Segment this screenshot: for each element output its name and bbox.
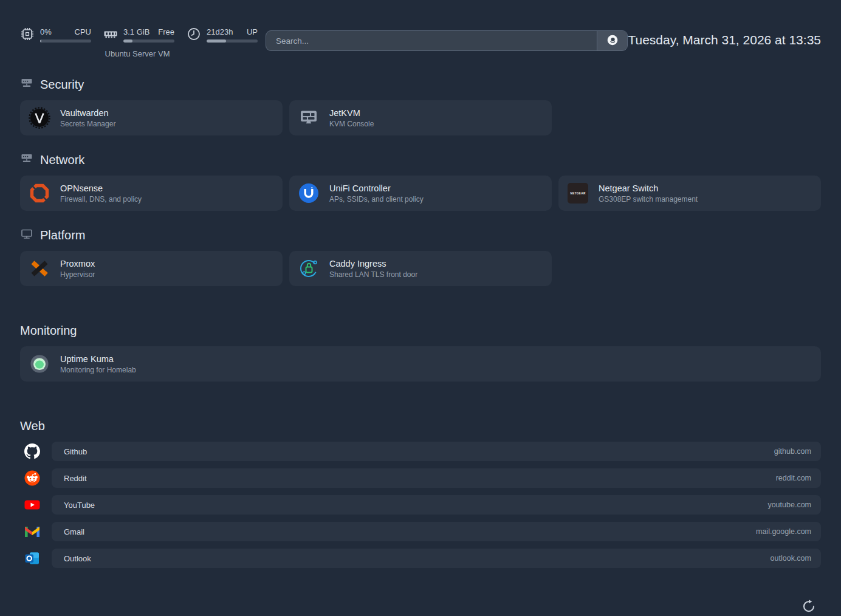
jetkvm-logo: [298, 107, 320, 129]
cpu-unit: CPU: [75, 27, 91, 36]
service-text: Proxmox Hypervisor: [60, 259, 95, 279]
service-text: Vaultwarden Secrets Manager: [60, 108, 115, 128]
service-text: Caddy Ingress Shared LAN TLS front door: [329, 259, 417, 279]
refresh-icon: [802, 599, 816, 615]
bookmark-name: Gmail: [64, 527, 84, 536]
service-card-opnsense[interactable]: OPNsense Firewall, DNS, and policy: [20, 176, 283, 211]
search-button[interactable]: [597, 31, 627, 50]
service-name: Netgear Switch: [599, 183, 698, 193]
bookmark-github[interactable]: Github github.com: [20, 442, 821, 461]
service-description: Monitoring for Homelab: [60, 366, 136, 374]
memory-unit: Free: [158, 27, 174, 36]
outlook-logo: [24, 550, 40, 566]
bookmark-reddit[interactable]: Reddit reddit.com: [20, 468, 821, 488]
uptime-value: 21d23h: [207, 27, 233, 36]
bookmark-name: Reddit: [64, 474, 87, 483]
service-card-unifi[interactable]: UniFi Controller APs, SSIDs, and client …: [289, 176, 552, 211]
bookmark-domain: youtube.com: [767, 501, 811, 509]
memory-value: 3.1 GiB: [123, 27, 149, 36]
proxmox-logo: [29, 258, 50, 279]
refresh-button[interactable]: [801, 599, 817, 615]
service-name: UniFi Controller: [329, 183, 424, 193]
bookmarks-title: Web: [20, 419, 821, 433]
unifi-logo: [298, 182, 320, 204]
youtube-logo: [24, 497, 40, 513]
opnsense-logo: [29, 182, 50, 204]
clock-icon: [187, 27, 201, 44]
bookmark-domain: reddit.com: [776, 474, 811, 482]
bookmark-bar[interactable]: YouTube youtube.com: [52, 495, 821, 515]
bookmark-name: Outlook: [64, 554, 91, 563]
security-cards: Vaultwarden Secrets Manager JetKVM KVM C…: [20, 100, 821, 135]
bookmark-name: Github: [64, 447, 87, 456]
group-title-network: Network: [40, 153, 84, 167]
memory-bar-fill: [123, 39, 132, 43]
stats-row: 0% CPU: [20, 27, 255, 44]
service-description: Shared LAN TLS front door: [329, 270, 417, 279]
service-description: Secrets Manager: [60, 120, 115, 128]
service-name: Vaultwarden: [60, 108, 115, 118]
server-network-icon: [20, 77, 33, 92]
uptime-stat: 21d23h UP: [187, 27, 258, 44]
search-box: [266, 30, 628, 51]
uptime-bar-fill: [207, 39, 226, 43]
bookmark-bar[interactable]: Reddit reddit.com: [52, 468, 821, 488]
reddit-logo: [24, 470, 40, 486]
service-name: Caddy Ingress: [329, 259, 417, 269]
service-text: Uptime Kuma Monitoring for Homelab: [60, 354, 136, 374]
service-name: Proxmox: [60, 259, 95, 269]
duckduckgo-icon: [607, 35, 618, 47]
service-card-vaultwarden[interactable]: Vaultwarden Secrets Manager: [20, 100, 283, 135]
service-name: JetKVM: [329, 108, 374, 118]
caddy-logo: [298, 258, 320, 279]
service-card-jetkvm[interactable]: JetKVM KVM Console: [289, 100, 552, 135]
bookmark-bar[interactable]: Gmail mail.google.com: [52, 522, 821, 541]
cpu-stat-body: 0% CPU: [40, 27, 91, 43]
cpu-icon: [20, 27, 35, 44]
service-text: JetKVM KVM Console: [329, 108, 374, 128]
resources-label: Ubuntu Server VM: [20, 49, 255, 58]
search-input[interactable]: [266, 31, 597, 50]
group-title-security: Security: [40, 78, 84, 92]
netgear-logo: NETGEAR: [567, 182, 589, 204]
top-header: 0% CPU: [20, 27, 821, 58]
service-card-caddy[interactable]: Caddy Ingress Shared LAN TLS front door: [289, 251, 552, 286]
service-description: Firewall, DNS, and policy: [60, 195, 142, 204]
uptime-kuma-logo: [29, 353, 50, 375]
github-logo: [24, 443, 40, 459]
bookmark-bar[interactable]: Outlook outlook.com: [52, 549, 821, 568]
memory-stat: 3.1 GiB Free: [103, 27, 174, 44]
bookmark-gmail[interactable]: Gmail mail.google.com: [20, 522, 821, 541]
group-header-network: Network: [20, 152, 821, 168]
service-text: OPNsense Firewall, DNS, and policy: [60, 183, 142, 204]
bookmark-name: YouTube: [64, 501, 95, 510]
group-header-security: Security: [20, 77, 821, 92]
datetime-text: Tuesday, March 31, 2026 at 13:35: [628, 27, 821, 53]
service-name: Uptime Kuma: [60, 354, 136, 364]
uptime-bar: [207, 39, 258, 43]
cpu-bar-fill: [40, 39, 41, 43]
service-card-netgear[interactable]: NETGEAR Netgear Switch GS308EP switch ma…: [558, 176, 821, 211]
uptime-unit: UP: [247, 27, 258, 36]
server-network-icon: [20, 152, 33, 168]
bookmark-youtube[interactable]: YouTube youtube.com: [20, 495, 821, 515]
bookmark-domain: outlook.com: [771, 554, 811, 563]
service-description: APs, SSIDs, and client policy: [329, 195, 424, 204]
bookmark-outlook[interactable]: Outlook outlook.com: [20, 549, 821, 568]
memory-icon: [103, 27, 118, 44]
netgear-logo-text: NETGEAR: [570, 192, 585, 195]
cpu-stat: 0% CPU: [20, 27, 91, 44]
cpu-value: 0%: [40, 27, 52, 36]
desktop-icon: [20, 227, 33, 243]
memory-stat-body: 3.1 GiB Free: [123, 27, 174, 43]
group-header-platform: Platform: [20, 227, 821, 243]
cpu-bar: [40, 39, 91, 43]
service-description: GS308EP switch management: [599, 195, 698, 204]
bookmark-bar[interactable]: Github github.com: [52, 442, 821, 461]
service-card-uptime-kuma[interactable]: Uptime Kuma Monitoring for Homelab: [20, 346, 821, 382]
gmail-logo: [24, 524, 40, 539]
service-card-proxmox[interactable]: Proxmox Hypervisor: [20, 251, 283, 286]
group-title-monitoring: Monitoring: [20, 324, 821, 338]
service-text: Netgear Switch GS308EP switch management: [599, 183, 698, 204]
dashboard-page: 0% CPU: [0, 0, 841, 616]
